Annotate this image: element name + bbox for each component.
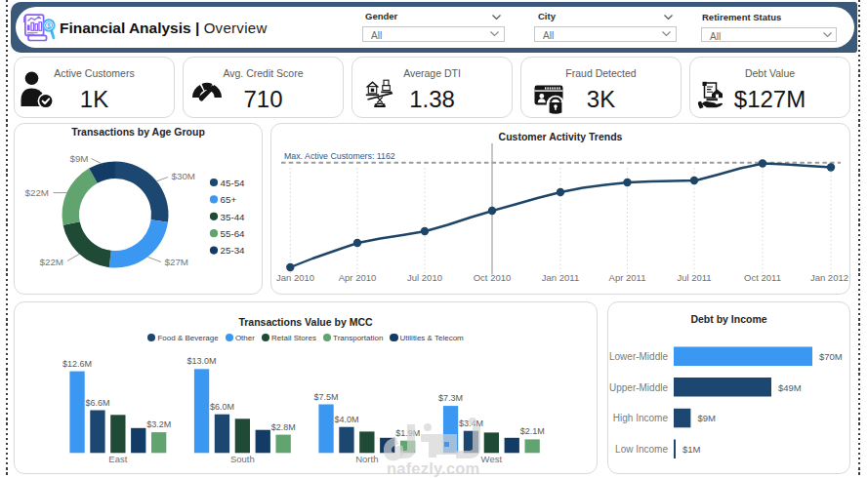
svg-text:Apr 2010: Apr 2010 — [339, 272, 377, 283]
svg-text:South: South — [230, 454, 255, 464]
svg-text:$12.6M: $12.6M — [62, 359, 92, 369]
svg-text:$13.0M: $13.0M — [187, 356, 217, 366]
svg-text:Upper-Middle: Upper-Middle — [609, 382, 668, 393]
svg-text:Jul 2011: Jul 2011 — [677, 272, 711, 283]
svg-text:45-54: 45-54 — [221, 178, 246, 188]
svg-text:Max. Active Customers: 1162: Max. Active Customers: 1162 — [284, 151, 395, 161]
svg-text:25-34: 25-34 — [221, 245, 246, 256]
svg-text:$1M: $1M — [682, 444, 701, 455]
svg-text:Jul 2010: Jul 2010 — [407, 272, 442, 283]
svg-text:$6.6M: $6.6M — [85, 398, 109, 408]
svg-text:$9M: $9M — [697, 413, 716, 423]
svg-text:Low Income: Low Income — [615, 444, 668, 455]
svg-text:65+: 65+ — [221, 194, 237, 205]
svg-text:nafezly.com: nafezly.com — [387, 459, 479, 477]
svg-text:Jan 2011: Jan 2011 — [542, 272, 579, 283]
svg-text:High Income: High Income — [613, 413, 669, 423]
svg-text:$49M: $49M — [778, 382, 802, 393]
svg-text:$3.2M: $3.2M — [146, 419, 171, 429]
svg-text:$4.0M: $4.0M — [334, 415, 358, 424]
svg-text:Oct 2011: Oct 2011 — [744, 272, 781, 283]
svg-text:$22M: $22M — [39, 257, 63, 267]
svg-text:$: $ — [47, 22, 51, 30]
svg-text:$2.8M: $2.8M — [271, 422, 296, 432]
svg-text:Jan 2010: Jan 2010 — [276, 272, 314, 283]
svg-text:$6.0M: $6.0M — [210, 402, 234, 412]
svg-text:Lower-Middle: Lower-Middle — [609, 351, 668, 362]
svg-text:Apr 2011: Apr 2011 — [609, 272, 646, 283]
svg-text:$22M: $22M — [24, 187, 49, 198]
svg-text:$70M: $70M — [819, 351, 843, 362]
svg-text:$7.3M: $7.3M — [438, 393, 463, 403]
svg-text:35-44: 35-44 — [221, 212, 246, 222]
svg-text:Jan 2012: Jan 2012 — [810, 272, 848, 283]
svg-text:$30M: $30M — [172, 171, 196, 181]
svg-text:$9M: $9M — [69, 153, 88, 164]
svg-text:East: East — [108, 454, 127, 464]
svg-text:55-64: 55-64 — [221, 228, 246, 239]
svg-text:$7.5M: $7.5M — [314, 392, 339, 402]
svg-text:North: North — [355, 454, 378, 464]
svg-text:Oct 2010: Oct 2010 — [474, 272, 512, 283]
svg-text:$27M: $27M — [165, 257, 189, 267]
